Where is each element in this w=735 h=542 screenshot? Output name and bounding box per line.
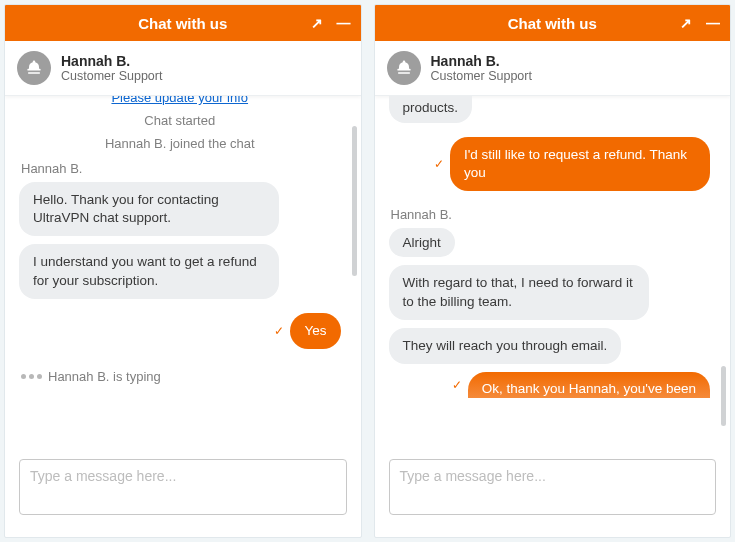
- popout-icon[interactable]: ↗: [311, 16, 323, 30]
- scrollbar-thumb[interactable]: [721, 366, 726, 426]
- avatar: [387, 51, 421, 85]
- agent-message: Alright: [389, 228, 455, 257]
- chat-scroll[interactable]: Please update your info Chat started Han…: [19, 96, 341, 449]
- chat-widget-left: Chat with us ↗ — Hannah B. Customer Supp…: [4, 4, 362, 538]
- message-row: ✓ I'd still like to request a refund. Th…: [389, 131, 711, 197]
- chat-body: Please update your info Chat started Han…: [5, 96, 361, 449]
- sender-label: Hannah B.: [21, 161, 341, 176]
- agent-message: With regard to that, I need to forward i…: [389, 265, 649, 319]
- typing-indicator: Hannah B. is typing: [21, 369, 341, 384]
- agent-role: Customer Support: [61, 69, 162, 83]
- chat-header-title: Chat with us: [508, 15, 597, 32]
- message-row: ✓ Ok, thank you Hannah, you've been: [389, 372, 711, 398]
- avatar: [17, 51, 51, 85]
- minimize-icon[interactable]: —: [337, 16, 351, 30]
- joined-label: Hannah B. joined the chat: [19, 136, 341, 151]
- chat-header: Chat with us ↗ —: [5, 5, 361, 41]
- input-area: [5, 449, 361, 537]
- agent-message: They will reach you through email.: [389, 328, 622, 364]
- input-area: [375, 449, 731, 537]
- header-actions: ↗ —: [311, 5, 351, 41]
- delivered-check-icon: ✓: [274, 324, 284, 338]
- bell-icon: [394, 58, 414, 78]
- agent-name: Hannah B.: [61, 53, 162, 69]
- message-row: Hello. Thank you for contacting UltraVPN…: [19, 182, 341, 244]
- minimize-icon[interactable]: —: [706, 16, 720, 30]
- chat-header-title: Chat with us: [138, 15, 227, 32]
- message-row: ✓ Yes: [19, 307, 341, 355]
- message-input[interactable]: [19, 459, 347, 515]
- agent-info: Hannah B. Customer Support: [61, 53, 162, 83]
- message-input[interactable]: [389, 459, 717, 515]
- agent-message-partial: products.: [389, 96, 473, 123]
- update-info-link[interactable]: Please update your info: [19, 96, 341, 105]
- chat-scroll[interactable]: products. ✓ I'd still like to request a …: [389, 96, 711, 449]
- typing-dots-icon: [21, 374, 42, 379]
- agent-message: Hello. Thank you for contacting UltraVPN…: [19, 182, 279, 236]
- chat-widget-right: Chat with us ↗ — Hannah B. Customer Supp…: [374, 4, 732, 538]
- scrollbar-thumb[interactable]: [352, 126, 357, 276]
- sender-label: Hannah B.: [391, 207, 711, 222]
- typing-label: Hannah B. is typing: [48, 369, 161, 384]
- chat-header: Chat with us ↗ —: [375, 5, 731, 41]
- user-message: I'd still like to request a refund. Than…: [450, 137, 710, 191]
- bell-icon: [24, 58, 44, 78]
- agent-name: Hannah B.: [431, 53, 532, 69]
- message-row: Alright: [389, 228, 711, 265]
- user-message: Yes: [290, 313, 340, 349]
- agent-message: I understand you want to get a refund fo…: [19, 244, 279, 298]
- agent-info: Hannah B. Customer Support: [431, 53, 532, 83]
- agent-bar: Hannah B. Customer Support: [5, 41, 361, 96]
- message-row: products.: [389, 96, 711, 131]
- delivered-check-icon: ✓: [452, 378, 462, 392]
- message-row: With regard to that, I need to forward i…: [389, 265, 711, 327]
- agent-role: Customer Support: [431, 69, 532, 83]
- message-row: I understand you want to get a refund fo…: [19, 244, 341, 306]
- delivered-check-icon: ✓: [434, 157, 444, 171]
- chat-body: products. ✓ I'd still like to request a …: [375, 96, 731, 449]
- user-message-partial: Ok, thank you Hannah, you've been: [468, 372, 710, 398]
- popout-icon[interactable]: ↗: [680, 16, 692, 30]
- message-row: They will reach you through email.: [389, 328, 711, 372]
- agent-bar: Hannah B. Customer Support: [375, 41, 731, 96]
- chat-started-label: Chat started: [19, 113, 341, 128]
- header-actions: ↗ —: [680, 5, 720, 41]
